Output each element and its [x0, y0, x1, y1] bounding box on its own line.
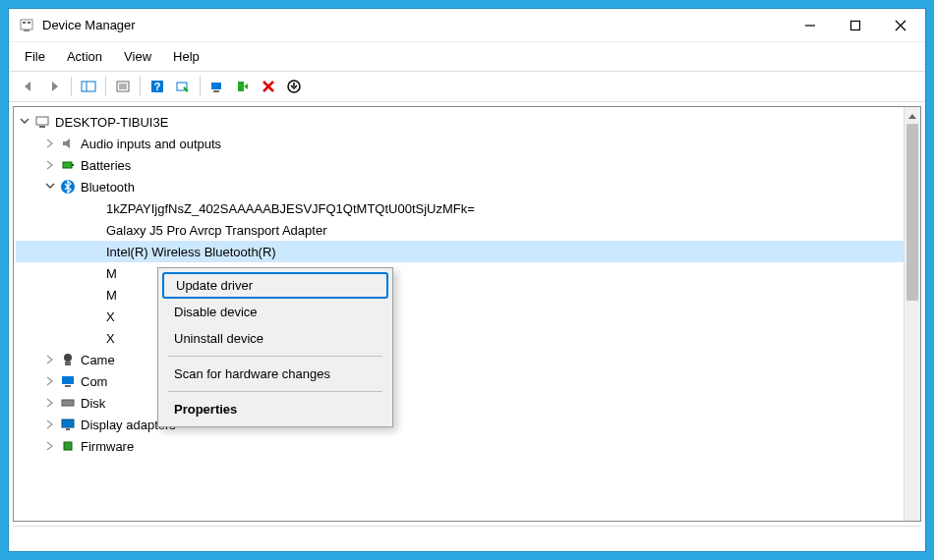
monitor-icon [59, 373, 77, 389]
minimize-button[interactable] [788, 11, 833, 40]
bt-device-node[interactable]: Galaxy J5 Pro Avrcp Transport Adapter [16, 219, 918, 241]
svg-rect-19 [238, 82, 244, 91]
bt-device-node[interactable]: 1kZPAYIjgfNsZ_402SAAAAABJESVJFQ1QtMTQtU0… [16, 197, 918, 219]
expand-icon[interactable] [43, 439, 57, 453]
expand-icon[interactable] [43, 396, 57, 410]
bluetooth-icon [85, 330, 102, 346]
properties-button[interactable] [111, 76, 135, 97]
ctx-properties[interactable]: Properties [160, 396, 390, 422]
bluetooth-icon [85, 265, 102, 281]
ctx-update-driver[interactable]: Update driver [162, 272, 388, 299]
toolbar: ? [9, 72, 925, 102]
node-label: Came [81, 353, 115, 367]
expand-icon[interactable] [43, 418, 57, 431]
forward-button[interactable] [42, 76, 66, 97]
node-label: X [106, 309, 115, 324]
help-button[interactable]: ? [146, 76, 169, 97]
expand-icon[interactable] [43, 158, 57, 172]
ctx-disable-device[interactable]: Disable device [160, 299, 390, 325]
bluetooth-icon [85, 244, 102, 259]
bluetooth-icon [85, 222, 102, 238]
node-label: Disk [81, 396, 105, 411]
computer-node[interactable]: Com [16, 370, 918, 392]
bt-device-node[interactable]: X [16, 327, 918, 349]
menu-view[interactable]: View [116, 46, 159, 67]
expand-icon[interactable] [43, 374, 57, 388]
node-label: Audio inputs and outputs [81, 137, 221, 151]
svg-rect-23 [36, 117, 48, 125]
svg-rect-17 [211, 83, 221, 89]
disk-node[interactable]: Disk [16, 392, 918, 414]
bt-device-node[interactable]: M [16, 284, 918, 306]
node-label: Batteries [81, 158, 131, 173]
node-label: Com [81, 374, 107, 389]
device-tree: DESKTOP-TIBUI3E Audio inputs and outputs… [14, 107, 920, 521]
enable-device-button[interactable] [231, 76, 255, 97]
show-hide-tree-button[interactable] [77, 76, 100, 97]
cameras-node[interactable]: Came [16, 349, 918, 370]
status-bar [13, 526, 921, 547]
scroll-up-button[interactable] [905, 107, 920, 124]
node-label: Firmware [81, 439, 134, 454]
scroll-thumb[interactable] [906, 124, 918, 301]
node-label: M [106, 266, 117, 281]
tree-panel: DESKTOP-TIBUI3E Audio inputs and outputs… [13, 106, 921, 522]
back-button[interactable] [17, 76, 40, 97]
svg-text:?: ? [154, 81, 161, 92]
bt-device-node[interactable]: M [16, 262, 918, 284]
bluetooth-node[interactable]: Bluetooth [16, 176, 918, 197]
svg-rect-32 [62, 400, 74, 406]
ctx-uninstall-device[interactable]: Uninstall device [160, 325, 390, 352]
disable-device-button[interactable] [282, 76, 306, 97]
speaker-icon [59, 136, 77, 151]
expand-icon[interactable] [43, 353, 57, 366]
menu-action[interactable]: Action [59, 46, 110, 67]
node-label: Intel(R) Wireless Bluetooth(R) [106, 245, 276, 259]
maximize-button[interactable] [833, 11, 878, 40]
firmware-node[interactable]: Firmware [16, 435, 918, 457]
svg-rect-3 [24, 29, 29, 31]
update-driver-button[interactable] [205, 76, 229, 97]
battery-icon [59, 157, 77, 173]
bt-device-node[interactable]: X [16, 306, 918, 327]
uninstall-device-button[interactable] [257, 76, 280, 97]
disk-icon [59, 395, 77, 411]
menu-bar: File Action View Help [9, 42, 925, 72]
svg-rect-1 [23, 22, 26, 24]
camera-icon [59, 352, 77, 367]
vertical-scrollbar[interactable] [904, 107, 920, 521]
expand-icon[interactable] [18, 115, 31, 129]
bt-device-selected-node[interactable]: Intel(R) Wireless Bluetooth(R) [16, 241, 918, 262]
window-title: Device Manager [42, 18, 136, 32]
batteries-node[interactable]: Batteries [16, 154, 918, 176]
node-label: Bluetooth [81, 180, 135, 195]
title-bar: Device Manager [9, 9, 925, 42]
root-node[interactable]: DESKTOP-TIBUI3E [16, 111, 918, 133]
expand-icon[interactable] [43, 137, 57, 150]
display-node[interactable]: Display adapters [16, 414, 918, 435]
svg-rect-24 [39, 126, 45, 128]
svg-rect-35 [64, 442, 72, 450]
device-manager-window: Device Manager File Action View Help ? [8, 8, 926, 552]
menu-help[interactable]: Help [165, 46, 207, 67]
scan-hardware-button[interactable] [171, 76, 195, 97]
svg-rect-33 [62, 420, 74, 427]
root-label: DESKTOP-TIBUI3E [55, 115, 168, 130]
menu-file[interactable]: File [17, 46, 53, 67]
expand-icon[interactable] [43, 180, 57, 194]
svg-rect-0 [21, 20, 32, 29]
context-menu: Update driver Disable device Uninstall d… [157, 267, 393, 427]
node-label: M [106, 288, 117, 303]
computer-icon [33, 114, 51, 130]
bluetooth-icon [85, 287, 102, 303]
ctx-separator [168, 356, 382, 357]
close-button[interactable] [878, 11, 923, 40]
svg-point-28 [64, 354, 72, 362]
node-label: 1kZPAYIjgfNsZ_402SAAAAABJESVJFQ1QtMTQtU0… [106, 201, 475, 216]
ctx-scan-hardware[interactable]: Scan for hardware changes [160, 361, 390, 387]
node-label: X [106, 331, 115, 346]
svg-rect-29 [65, 362, 71, 365]
display-icon [59, 417, 77, 432]
svg-rect-18 [213, 90, 219, 92]
audio-node[interactable]: Audio inputs and outputs [16, 133, 918, 154]
